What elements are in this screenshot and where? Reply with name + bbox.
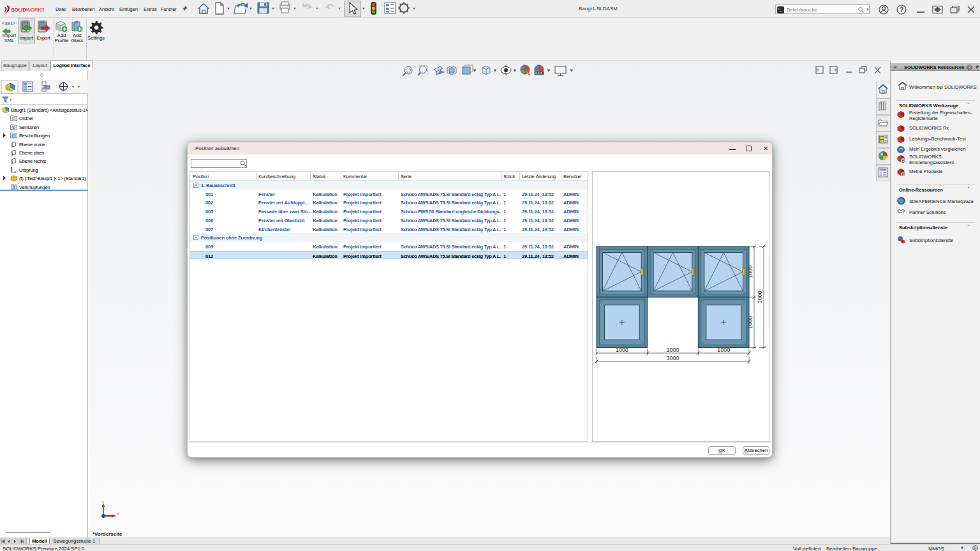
svg-text:x: x <box>117 511 119 515</box>
svg-text:1000: 1000 <box>717 347 730 353</box>
svg-text:1000: 1000 <box>666 347 679 353</box>
svg-text:y: y <box>102 501 104 504</box>
svg-text:3000: 3000 <box>666 355 679 361</box>
svg-text:<xml>: <xml> <box>2 21 15 26</box>
svg-text:?: ? <box>900 6 903 13</box>
svg-text:1000: 1000 <box>747 316 754 329</box>
svg-text:SOLIDWORKS: SOLIDWORKS <box>11 7 45 13</box>
svg-text:2000: 2000 <box>757 291 763 303</box>
svg-text:1000: 1000 <box>747 266 754 278</box>
svg-text:1000: 1000 <box>616 347 628 353</box>
svg-text:A: A <box>13 134 15 138</box>
